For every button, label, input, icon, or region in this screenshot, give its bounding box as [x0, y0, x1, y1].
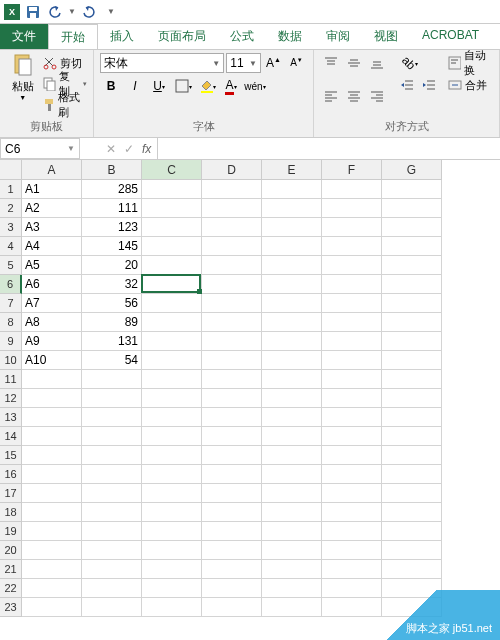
cell[interactable] [322, 427, 382, 446]
cancel-formula-button[interactable]: ✕ [106, 142, 116, 156]
format-painter-button[interactable]: 格式刷 [43, 95, 87, 115]
cell[interactable] [142, 389, 202, 408]
row-header[interactable]: 20 [0, 541, 22, 560]
increase-indent-button[interactable] [418, 75, 440, 95]
cell[interactable] [382, 237, 442, 256]
cell[interactable] [22, 541, 82, 560]
cell-grid[interactable]: A1285A2111A3123A4145A520A632A756A889A913… [22, 180, 442, 617]
cell[interactable] [382, 446, 442, 465]
cell[interactable] [82, 389, 142, 408]
cell[interactable]: 285 [82, 180, 142, 199]
row-header[interactable]: 1 [0, 180, 22, 199]
cell[interactable] [22, 598, 82, 617]
cell[interactable] [202, 446, 262, 465]
cell[interactable] [142, 218, 202, 237]
row-header[interactable]: 4 [0, 237, 22, 256]
bold-button[interactable]: B [100, 76, 122, 96]
cell[interactable] [82, 408, 142, 427]
cell[interactable] [322, 465, 382, 484]
cell[interactable] [322, 237, 382, 256]
row-header[interactable]: 18 [0, 503, 22, 522]
tab-formula[interactable]: 公式 [218, 24, 266, 49]
cell[interactable] [382, 503, 442, 522]
cell[interactable] [262, 522, 322, 541]
cell[interactable] [322, 389, 382, 408]
cell[interactable] [202, 332, 262, 351]
cell[interactable] [262, 465, 322, 484]
cell[interactable] [262, 579, 322, 598]
cell[interactable] [262, 294, 322, 313]
italic-button[interactable]: I [124, 76, 146, 96]
row-header[interactable]: 21 [0, 560, 22, 579]
cell[interactable] [142, 294, 202, 313]
cell[interactable] [142, 560, 202, 579]
cell[interactable] [22, 370, 82, 389]
cell[interactable] [262, 541, 322, 560]
row-header[interactable]: 23 [0, 598, 22, 617]
cell[interactable]: 32 [82, 275, 142, 294]
row-header[interactable]: 15 [0, 446, 22, 465]
cell[interactable] [82, 484, 142, 503]
row-header[interactable]: 19 [0, 522, 22, 541]
cell[interactable] [202, 180, 262, 199]
align-middle-button[interactable] [343, 53, 365, 73]
qat-customize-button[interactable]: ▼ [102, 3, 120, 21]
cell[interactable] [322, 560, 382, 579]
underline-button[interactable]: U▾ [148, 76, 170, 96]
cell[interactable] [82, 522, 142, 541]
cell[interactable] [262, 408, 322, 427]
align-top-button[interactable] [320, 53, 342, 73]
cell[interactable] [322, 294, 382, 313]
align-right-button[interactable] [366, 86, 388, 106]
column-header[interactable]: E [262, 160, 322, 180]
cell[interactable] [382, 256, 442, 275]
tab-file[interactable]: 文件 [0, 24, 48, 49]
tab-insert[interactable]: 插入 [98, 24, 146, 49]
cell[interactable]: A8 [22, 313, 82, 332]
cell[interactable] [322, 313, 382, 332]
column-header[interactable]: B [82, 160, 142, 180]
cell[interactable]: 54 [82, 351, 142, 370]
cell[interactable] [382, 332, 442, 351]
cell[interactable] [22, 560, 82, 579]
cell[interactable] [322, 370, 382, 389]
cell[interactable] [142, 408, 202, 427]
cell[interactable]: 89 [82, 313, 142, 332]
row-header[interactable]: 7 [0, 294, 22, 313]
undo-dropdown-icon[interactable]: ▼ [68, 7, 76, 16]
cell[interactable] [142, 446, 202, 465]
cell[interactable] [202, 294, 262, 313]
row-header[interactable]: 9 [0, 332, 22, 351]
cell[interactable] [22, 484, 82, 503]
cell[interactable] [262, 256, 322, 275]
cell[interactable] [322, 180, 382, 199]
increase-font-button[interactable]: A▲ [263, 53, 284, 73]
cell[interactable]: A5 [22, 256, 82, 275]
cell[interactable] [22, 446, 82, 465]
cell[interactable] [322, 522, 382, 541]
border-button[interactable]: ▾ [172, 76, 194, 96]
cell[interactable] [82, 541, 142, 560]
cell[interactable] [262, 446, 322, 465]
cell[interactable] [202, 522, 262, 541]
cell[interactable] [322, 484, 382, 503]
cell[interactable]: 131 [82, 332, 142, 351]
column-header[interactable]: C [142, 160, 202, 180]
cell[interactable] [322, 332, 382, 351]
cell[interactable] [382, 427, 442, 446]
cell[interactable] [262, 427, 322, 446]
cell[interactable] [202, 427, 262, 446]
cell[interactable] [82, 370, 142, 389]
cell[interactable] [382, 180, 442, 199]
cell[interactable] [142, 427, 202, 446]
cell[interactable] [202, 408, 262, 427]
save-button[interactable] [24, 3, 42, 21]
cell[interactable] [262, 275, 322, 294]
wrap-text-button[interactable]: 自动换 [448, 53, 493, 73]
row-header[interactable]: 2 [0, 199, 22, 218]
cell[interactable]: A7 [22, 294, 82, 313]
cell[interactable] [142, 503, 202, 522]
cell[interactable] [262, 313, 322, 332]
cell[interactable] [382, 294, 442, 313]
font-size-combo[interactable]: 11▼ [226, 53, 261, 73]
